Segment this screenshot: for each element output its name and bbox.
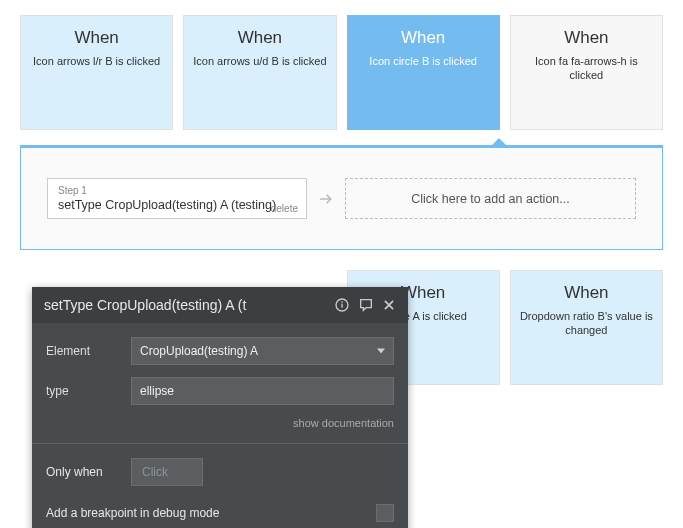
event-title: When <box>192 28 327 48</box>
event-card-arrows-ud[interactable]: When Icon arrows u/d B is clicked <box>183 15 336 130</box>
type-input[interactable]: ellipse <box>131 377 394 405</box>
event-title: When <box>519 283 654 303</box>
workflow-inner: Step 1 setType CropUpload(testing) A (te… <box>47 178 636 219</box>
close-icon[interactable] <box>382 298 396 312</box>
event-desc: Icon fa fa-arrows-h is clicked <box>519 54 654 83</box>
add-action-button[interactable]: Click here to add an action... <box>345 178 636 219</box>
arrow-right-icon <box>317 178 335 219</box>
workflow-panel: Step 1 setType CropUpload(testing) A (te… <box>20 145 663 250</box>
event-desc: Icon arrows u/d B is clicked <box>192 54 327 68</box>
event-desc: Dropdown ratio B's value is changed <box>519 309 654 338</box>
panel-pointer-icon <box>489 138 509 148</box>
event-desc: Icon arrows l/r B is clicked <box>29 54 164 68</box>
panel-title: setType CropUpload(testing) A (t <box>44 297 334 313</box>
comment-icon[interactable] <box>358 297 374 313</box>
element-dropdown[interactable]: CropUpload(testing) A <box>131 337 394 365</box>
event-card-dropdown-ratio[interactable]: When Dropdown ratio B's value is changed <box>510 270 663 385</box>
panel-body: Element CropUpload(testing) A type ellip… <box>32 323 408 415</box>
panel-header[interactable]: setType CropUpload(testing) A (t <box>32 287 408 323</box>
prop-row-type: type ellipse <box>46 377 394 405</box>
event-title: When <box>519 28 654 48</box>
event-card-circle-b[interactable]: When Icon circle B is clicked <box>347 15 500 130</box>
event-title: When <box>29 28 164 48</box>
event-card-fa-arrows-h[interactable]: When Icon fa fa-arrows-h is clicked <box>510 15 663 130</box>
step-label: Step 1 <box>58 185 296 196</box>
panel-header-icons <box>334 297 396 313</box>
workflow-step-1[interactable]: Step 1 setType CropUpload(testing) A (te… <box>47 178 307 219</box>
type-value: ellipse <box>140 384 174 398</box>
info-icon[interactable] <box>334 297 350 313</box>
event-card-arrows-lr[interactable]: When Icon arrows l/r B is clicked <box>20 15 173 130</box>
svg-rect-1 <box>341 304 342 308</box>
action-properties-panel[interactable]: setType CropUpload(testing) A (t Element… <box>32 287 408 415</box>
add-action-label: Click here to add an action... <box>411 192 569 206</box>
type-label: type <box>46 384 131 398</box>
element-label: Element <box>46 344 131 358</box>
prop-row-element: Element CropUpload(testing) A <box>46 337 394 365</box>
event-desc: Icon circle B is clicked <box>356 54 491 68</box>
step-title: setType CropUpload(testing) A (testing) <box>58 198 296 212</box>
element-value: CropUpload(testing) A <box>140 344 258 358</box>
svg-rect-2 <box>341 301 342 302</box>
step-delete-link[interactable]: delete <box>271 203 298 214</box>
event-title: When <box>356 28 491 48</box>
chevron-down-icon <box>377 349 385 354</box>
events-row-1: When Icon arrows l/r B is clicked When I… <box>20 15 663 130</box>
